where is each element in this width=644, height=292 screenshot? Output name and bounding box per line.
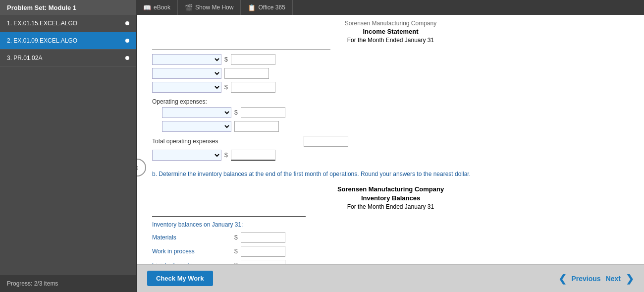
office365-icon: 📋 — [248, 4, 256, 11]
total-opex-row: Total operating expenses — [152, 136, 629, 147]
sidebar: 1. EX.01.15.EXCEL.ALGO 2. EX.01.09.EXCEL… — [0, 15, 136, 292]
wip-input[interactable] — [241, 246, 285, 257]
wip-label: Work in process — [152, 248, 231, 255]
main-layout: 1. EX.01.15.EXCEL.ALGO 2. EX.01.09.EXCEL… — [0, 15, 644, 292]
tab-show-me-how-label: Show Me How — [195, 4, 233, 11]
check-my-work-button[interactable]: Check My Work — [147, 271, 213, 286]
income-row-2 — [152, 68, 629, 79]
top-bar: Problem Set: Module 1 📖 eBook 🎬 Show Me … — [0, 0, 644, 15]
income-select-last[interactable] — [152, 150, 221, 161]
sidebar-item-2-label: 2. EX.01.09.EXCEL.ALGO — [7, 37, 77, 44]
opex-row-2 — [162, 121, 629, 132]
materials-label: Materials — [152, 234, 231, 241]
previous-chevron: ❮ — [558, 273, 567, 285]
sidebar-item-1-dot — [125, 21, 129, 25]
income-input-2[interactable] — [224, 68, 269, 79]
income-row-1: $ — [152, 54, 629, 65]
inventory-header-line — [152, 216, 306, 217]
income-row-last: $ — [152, 150, 629, 161]
sidebar-item-3[interactable]: 3. PR.01.02A — [0, 50, 136, 67]
previous-button[interactable]: Previous — [572, 275, 601, 283]
opex-row-1: $ — [162, 107, 629, 118]
next-button[interactable]: Next — [606, 275, 621, 283]
question-b: b. Determine the inventory balances at t… — [152, 170, 629, 178]
bottom-bar: Check My Work ❮ Previous Next ❯ — [137, 264, 644, 292]
sidebar-item-3-dot — [125, 56, 129, 60]
company-name-top: Sorensen Manufacturing Company — [152, 20, 629, 27]
finished-goods-label: Finished goods — [152, 262, 231, 264]
inventory-subtitle: For the Month Ended January 31 — [152, 203, 629, 210]
inventory-balances-label: Inventory balances on January 31: — [152, 221, 629, 228]
ebook-icon: 📖 — [143, 4, 151, 11]
total-opex-input[interactable] — [304, 136, 348, 147]
tab-ebook[interactable]: 📖 eBook — [136, 0, 178, 15]
tab-show-me-how[interactable]: 🎬 Show Me How — [178, 0, 241, 15]
income-row-3: $ — [152, 82, 629, 93]
income-statement-title: Income Statement — [152, 28, 629, 35]
back-button[interactable]: ‹ — [137, 159, 146, 176]
tab-office365[interactable]: 📋 Office 365 — [241, 0, 292, 15]
problem-set-title: Problem Set: Module 1 — [0, 0, 136, 15]
income-select-3[interactable] — [152, 82, 221, 93]
header-line — [152, 50, 330, 50]
materials-input[interactable] — [241, 232, 285, 243]
total-opex-label: Total operating expenses — [152, 138, 301, 145]
tab-office365-label: Office 365 — [258, 4, 285, 11]
title-text: Problem Set: Module 1 — [7, 4, 76, 11]
finished-goods-input[interactable] — [241, 260, 285, 264]
opex-select-1[interactable] — [162, 107, 231, 118]
next-chevron: ❯ — [626, 273, 634, 285]
income-input-last[interactable] — [231, 150, 275, 161]
opex-select-2[interactable] — [162, 121, 231, 132]
income-input-1[interactable] — [231, 54, 275, 65]
sidebar-item-2-dot — [125, 39, 129, 43]
income-select-2[interactable] — [152, 68, 221, 79]
opex-input-2[interactable] — [234, 121, 279, 132]
content-scroll[interactable]: ‹ Sorensen Manufacturing Company Income … — [137, 15, 644, 264]
sidebar-item-1-label: 1. EX.01.15.EXCEL.ALGO — [7, 20, 77, 27]
income-statement-subtitle: For the Month Ended January 31 — [152, 37, 629, 44]
content-area: ‹ Sorensen Manufacturing Company Income … — [137, 15, 644, 292]
income-select-1[interactable] — [152, 54, 221, 65]
sidebar-item-3-label: 3. PR.01.02A — [7, 55, 42, 61]
nav-buttons: ❮ Previous Next ❯ — [558, 273, 635, 285]
income-input-3[interactable] — [231, 82, 275, 93]
tab-ebook-label: eBook — [154, 4, 170, 11]
opex-input-1[interactable] — [241, 107, 285, 118]
inventory-title: Inventory Balances — [152, 194, 629, 202]
show-me-how-icon: 🎬 — [185, 4, 193, 11]
inventory-row-finished-goods: Finished goods $ — [152, 260, 629, 264]
inventory-company-name: Sorensen Manufacturing Company — [152, 185, 629, 193]
inventory-row-wip: Work in process $ — [152, 246, 629, 257]
sidebar-item-1[interactable]: 1. EX.01.15.EXCEL.ALGO — [0, 15, 136, 32]
inventory-row-materials: Materials $ — [152, 232, 629, 243]
operating-expenses-label: Operating expenses: — [152, 98, 629, 105]
sidebar-item-2[interactable]: 2. EX.01.09.EXCEL.ALGO — [0, 32, 136, 50]
progress-text: Progress: 2/3 items — [0, 275, 136, 292]
